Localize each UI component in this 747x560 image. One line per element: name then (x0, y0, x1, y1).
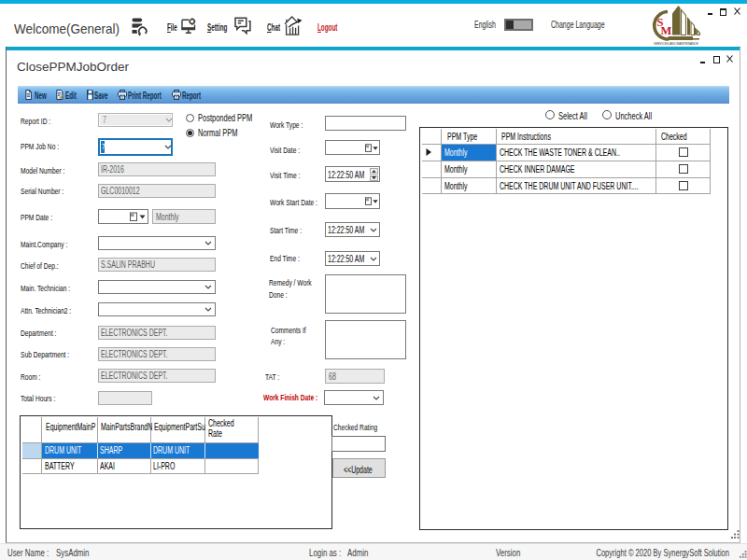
svg-text:M: M (661, 24, 672, 37)
svg-text:SERVICES AND MAINTENANCE: SERVICES AND MAINTENANCE (654, 41, 698, 46)
